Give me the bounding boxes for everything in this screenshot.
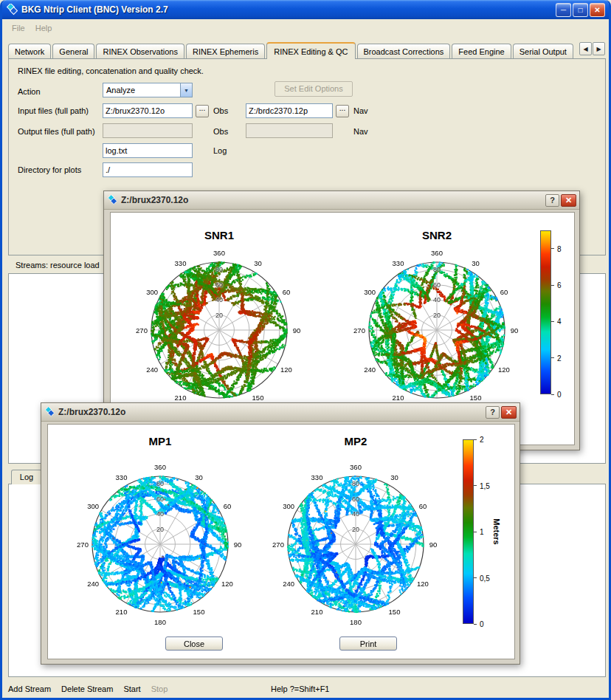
combo-dropdown-icon[interactable]: ▼	[180, 83, 192, 97]
colorbar-tick-label: 0	[480, 620, 484, 628]
azimuth-label: 210	[311, 607, 323, 615]
mp-colorbar-gradient	[463, 439, 474, 624]
set-edit-options-button[interactable]: Set Edit Options	[275, 81, 353, 97]
azimuth-label: 30	[390, 473, 398, 481]
elevation-label: 20	[156, 526, 164, 533]
browse-obs-button[interactable]: ...	[196, 105, 209, 117]
azimuth-label: 60	[224, 501, 232, 509]
tab-scroll-right-icon[interactable]: ▶	[593, 42, 605, 55]
mp-dialog-title: Z:/brux2370.12o	[58, 407, 484, 417]
azimuth-label: 240	[364, 365, 376, 373]
mp-close-button[interactable]: Close	[165, 636, 223, 651]
input-nav-field[interactable]	[246, 103, 333, 118]
plots-dir-label: Directory for plots	[18, 165, 81, 174]
azimuth-label: 330	[311, 473, 323, 481]
azimuth-label: 270	[77, 541, 89, 549]
azimuth-label: 150	[193, 607, 205, 615]
stop-action[interactable]: Stop	[151, 684, 168, 693]
panel-intro-text: RINEX file editing, concatenation and qu…	[18, 66, 204, 75]
minimize-button[interactable]: ─	[556, 3, 571, 17]
mp-colorbar-unit-label: Meters	[492, 518, 501, 544]
azimuth-label: 270	[272, 541, 284, 549]
azimuth-label: 360	[431, 249, 443, 257]
input-files-label: Input files (full path)	[18, 106, 89, 115]
logfile-field[interactable]	[103, 143, 193, 158]
colorbar-tick	[474, 439, 477, 440]
snr1-skyplot: 3603060901201501802102402703003308060402…	[132, 243, 306, 417]
snr-dialog-titlebar[interactable]: Z:/brux2370.12o ? ✕	[104, 191, 579, 210]
delete-stream-action[interactable]: Delete Stream	[61, 684, 113, 693]
log-label: Log	[213, 146, 227, 155]
start-action[interactable]: Start	[123, 684, 140, 693]
snr-colorbar-gradient	[540, 230, 551, 394]
mp-dialog-titlebar[interactable]: Z:/brux2370.12o ? ✕	[41, 403, 519, 422]
azimuth-label: 90	[234, 541, 242, 549]
colorbar-tick-label: 0	[557, 391, 562, 399]
elevation-label: 80	[352, 480, 359, 487]
tab-log[interactable]: Log	[11, 470, 42, 484]
colorbar-tick-label: 2	[480, 436, 484, 444]
nav-label-output: Nav	[353, 127, 368, 136]
tab-scroll-left-icon[interactable]: ◀	[579, 42, 592, 55]
output-nav-field[interactable]	[246, 123, 333, 138]
mp1-plot-title: MP1	[149, 435, 172, 447]
mp-print-button[interactable]: Print	[339, 636, 397, 651]
snr2-skyplot: 3603060901201501802102402703003308060402…	[350, 243, 524, 417]
azimuth-label: 120	[498, 365, 510, 373]
mp-dialog-close-button[interactable]: ✕	[501, 406, 517, 419]
add-stream-action[interactable]: Add Stream	[8, 684, 51, 693]
colorbar-tick	[551, 394, 554, 395]
colorbar-tick	[474, 577, 477, 578]
tab-general[interactable]: General	[52, 44, 94, 58]
azimuth-label: 30	[254, 259, 262, 267]
elevation-label: 80	[215, 266, 223, 273]
tab-rinex-editing-qc[interactable]: RINEX Editing & QC	[266, 42, 355, 59]
help-hint: Help ?=Shift+F1	[271, 684, 330, 693]
close-button[interactable]: ✕	[590, 3, 605, 17]
tab-broadcast-corrections[interactable]: Broadcast Corrections	[357, 44, 451, 58]
output-obs-field[interactable]	[103, 123, 193, 138]
action-select[interactable]: Analyze ▼	[103, 83, 193, 97]
azimuth-label: 300	[146, 287, 158, 295]
elevation-label: 20	[215, 312, 223, 319]
menu-help[interactable]: Help	[30, 22, 58, 34]
tab-rinex-ephemeris[interactable]: RINEX Ephemeris	[186, 44, 265, 58]
elevation-label: 60	[215, 281, 223, 289]
plots-dir-field[interactable]	[103, 162, 193, 177]
elevation-label: 40	[215, 296, 223, 303]
snr-dialog-close-button[interactable]: ✕	[561, 194, 576, 207]
elevation-label: 80	[433, 266, 441, 273]
tab-scroll-buttons: ◀ ▶	[576, 42, 605, 55]
azimuth-label: 150	[389, 607, 401, 615]
azimuth-label: 180	[154, 618, 166, 626]
tab-rinex-observations[interactable]: RINEX Observations	[96, 44, 184, 58]
snr2-plot-title: SNR2	[422, 229, 452, 241]
action-label: Action	[18, 87, 41, 96]
snr-dialog-help-button[interactable]: ?	[545, 194, 559, 207]
mp-plot-panel: MP1 MP2 36030609012015018021024027030033…	[47, 424, 515, 659]
azimuth-label: 210	[116, 607, 128, 615]
input-obs-field[interactable]	[103, 103, 193, 118]
maximize-button[interactable]: □	[573, 3, 588, 17]
screen: BKG Ntrip Client (BNC) Version 2.7 ─ □ ✕…	[0, 0, 611, 700]
colorbar-tick-label: 4	[557, 318, 562, 326]
azimuth-label: 60	[500, 287, 508, 295]
mp-dialog-help-button[interactable]: ?	[486, 406, 500, 419]
azimuth-label: 210	[393, 393, 404, 401]
colorbar-tick	[474, 624, 477, 625]
menu-file[interactable]: File	[7, 22, 30, 34]
window-controls: ─ □ ✕	[556, 3, 605, 17]
tab-serial-output[interactable]: Serial Output	[513, 44, 573, 58]
colorbar-tick	[551, 285, 554, 286]
browse-nav-button[interactable]: ...	[336, 105, 349, 117]
azimuth-label: 360	[213, 249, 225, 257]
elevation-label: 60	[433, 281, 441, 289]
snr1-plot-title: SNR1	[204, 229, 234, 241]
azimuth-label: 90	[511, 326, 519, 334]
colorbar-tick-label: 8	[557, 244, 562, 253]
colorbar-tick-label: 1	[480, 528, 484, 536]
titlebar[interactable]: BKG Ntrip Client (BNC) Version 2.7 ─ □ ✕	[2, 0, 609, 19]
azimuth-label: 210	[175, 393, 187, 401]
tab-feed-engine[interactable]: Feed Engine	[452, 44, 511, 58]
tab-network[interactable]: Network	[8, 44, 51, 58]
